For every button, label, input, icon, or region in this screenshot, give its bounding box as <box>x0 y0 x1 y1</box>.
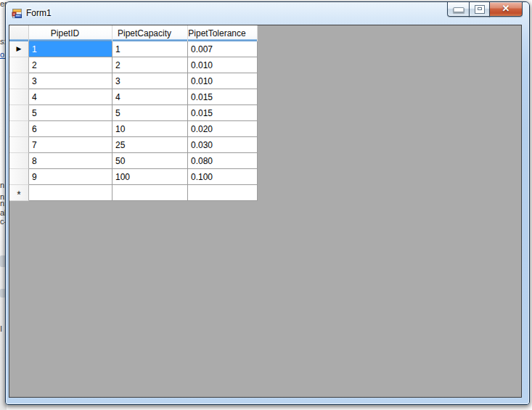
cell-pipetid-row7[interactable]: 7 <box>29 137 112 153</box>
cell-pipetcapacity-row3[interactable]: 3 <box>112 73 188 89</box>
cell-pipettolerance-row8[interactable]: 0.080 <box>188 153 258 169</box>
cell-pipettolerance-row2[interactable]: 0.010 <box>188 57 258 73</box>
cell-pipetcapacity-row2[interactable]: 2 <box>112 57 188 73</box>
pipet-table: PipetID PipetCapacity PipetTolerance ▶11… <box>9 25 258 201</box>
table-row: 8500.080 <box>9 153 258 169</box>
cell-pipetcapacity-newrow[interactable] <box>112 185 188 201</box>
cell-pipettolerance-row4[interactable]: 0.015 <box>188 89 258 105</box>
cell-pipetid-row6[interactable]: 6 <box>29 121 112 137</box>
cell-pipetcapacity-row8[interactable]: 50 <box>112 153 188 169</box>
cell-pipetcapacity-row4[interactable]: 4 <box>112 89 188 105</box>
titlebar[interactable]: Form1 ✕ <box>6 2 529 25</box>
row-header[interactable] <box>9 89 29 105</box>
cell-pipettolerance-row6[interactable]: 0.020 <box>188 121 258 137</box>
column-header-pipetcapacity[interactable]: PipetCapacity <box>112 25 188 41</box>
minimize-button[interactable] <box>447 2 470 17</box>
cell-pipetcapacity-row9[interactable]: 100 <box>112 169 188 185</box>
table-row: ▶110.007 <box>9 41 258 57</box>
new-row-asterisk-icon: * <box>17 189 20 200</box>
cell-pipettolerance-row5[interactable]: 0.015 <box>188 105 258 121</box>
column-header-pipetid[interactable]: PipetID <box>29 25 112 41</box>
table-row: 91000.100 <box>9 169 258 185</box>
winforms-app-icon <box>12 8 22 19</box>
cell-pipetid-row3[interactable]: 3 <box>29 73 112 89</box>
background-text-fragment: I <box>0 325 2 333</box>
window-title: Form1 <box>26 8 52 18</box>
table-row: 550.015 <box>9 105 258 121</box>
form1-window: Form1 ✕ PipetID PipetCapacity PipetToler… <box>5 1 530 405</box>
header-row: PipetID PipetCapacity PipetTolerance <box>9 25 258 41</box>
cell-pipettolerance-row3[interactable]: 0.010 <box>188 73 258 89</box>
cell-pipetid-row9[interactable]: 9 <box>29 169 112 185</box>
close-button[interactable]: ✕ <box>489 2 523 17</box>
column-header-pipettolerance[interactable]: PipetTolerance <box>188 25 258 41</box>
cell-pipettolerance-row9[interactable]: 0.100 <box>188 169 258 185</box>
row-header-current[interactable]: ▶ <box>9 41 29 57</box>
cell-pipetid-row8[interactable]: 8 <box>29 153 112 169</box>
cell-pipetcapacity-row5[interactable]: 5 <box>112 105 188 121</box>
row-header[interactable] <box>9 121 29 137</box>
background-text-fragment: n <box>0 181 4 189</box>
cell-pipettolerance-row1[interactable]: 0.007 <box>188 41 258 57</box>
cell-pipetid-row5[interactable]: 5 <box>29 105 112 121</box>
table-row: 220.010 <box>9 57 258 73</box>
cell-pipetcapacity-row7[interactable]: 25 <box>112 137 188 153</box>
row-header-new[interactable]: * <box>9 185 29 201</box>
row-header[interactable] <box>9 73 29 89</box>
current-row-arrow-icon: ▶ <box>17 46 22 52</box>
new-row: * <box>9 185 258 201</box>
cell-pipetcapacity-row1[interactable]: 1 <box>112 41 188 57</box>
row-header[interactable] <box>9 105 29 121</box>
cell-pipettolerance-row7[interactable]: 0.030 <box>188 137 258 153</box>
table-row: 7250.030 <box>9 137 258 153</box>
table-row: 330.010 <box>9 73 258 89</box>
datagridview: PipetID PipetCapacity PipetTolerance ▶11… <box>9 25 522 398</box>
window-controls: ✕ <box>448 2 523 17</box>
minimize-icon <box>453 7 464 12</box>
cell-pipetid-row4[interactable]: 4 <box>29 89 112 105</box>
cell-pipetid-row1[interactable]: 1 <box>29 41 112 57</box>
cell-pipetid-newrow[interactable] <box>29 185 112 201</box>
row-header[interactable] <box>9 169 29 185</box>
close-icon: ✕ <box>490 2 522 15</box>
row-header[interactable] <box>9 57 29 73</box>
cell-pipettolerance-newrow[interactable] <box>188 185 258 201</box>
cell-pipetcapacity-row6[interactable]: 10 <box>112 121 188 137</box>
row-header[interactable] <box>9 137 29 153</box>
grid-corner-header[interactable] <box>9 25 29 41</box>
row-header[interactable] <box>9 153 29 169</box>
table-row: 6100.020 <box>9 121 258 137</box>
table-row: 440.015 <box>9 89 258 105</box>
restore-icon <box>475 5 485 14</box>
restore-button[interactable] <box>469 2 490 17</box>
cell-pipetid-row2[interactable]: 2 <box>29 57 112 73</box>
